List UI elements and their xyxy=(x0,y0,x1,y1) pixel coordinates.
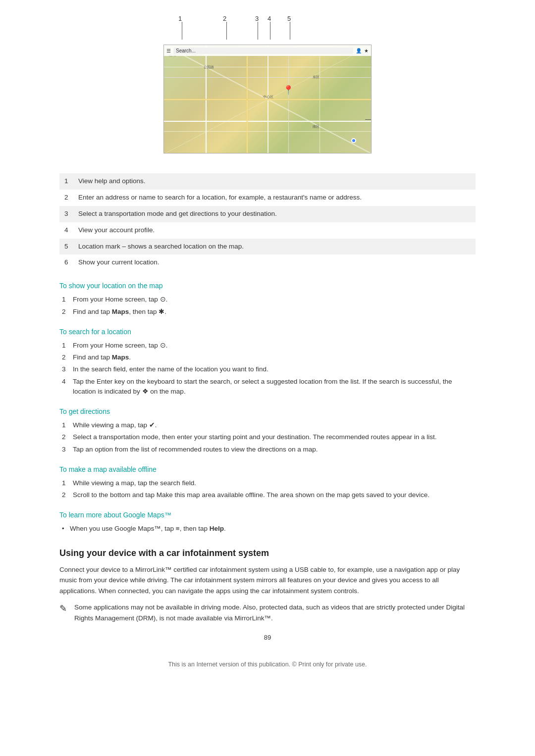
table-text: Location mark – shows a searched locatio… xyxy=(78,242,471,252)
list-item: 1From your Home screen, tap ⊙. xyxy=(62,295,476,304)
section-heading-4: To learn more about Google Maps™ xyxy=(59,511,476,519)
list-num: 1 xyxy=(62,295,73,304)
table-num: 1 xyxy=(64,177,78,186)
warning-icon: ✎ xyxy=(59,602,71,616)
table-num: 3 xyxy=(64,209,78,219)
list-item-text: Tap an option from the list of recommend… xyxy=(73,445,476,454)
callout-numbers-row: 1 2 3 4 5 xyxy=(163,15,372,40)
toolbar-back: ☰ xyxy=(166,48,171,53)
footer-note: This is an Internet version of this publ… xyxy=(59,661,476,668)
callout-6-label: 6 xyxy=(365,116,372,123)
map-text-4: 南区 xyxy=(313,124,320,129)
callout-3: 3 xyxy=(255,15,259,22)
tick-3 xyxy=(258,22,258,40)
tick-5 xyxy=(290,22,290,40)
list-item-text: Scroll to the bottom and tap Make this m… xyxy=(73,490,476,500)
tick-1 xyxy=(182,22,182,40)
section-heading-3: To make a map available offline xyxy=(59,465,476,473)
table-num: 6 xyxy=(64,258,78,267)
list-item: 1While viewing a map, tap ✔. xyxy=(62,420,476,430)
search-bar-map: Search... xyxy=(173,48,353,54)
section2-body: Connect your device to a MirrorLink™ cer… xyxy=(59,564,476,597)
toolbar-profile: 👤 xyxy=(356,48,362,53)
page-number: 89 xyxy=(59,634,476,641)
section2-title: Using your device with a car infotainmen… xyxy=(59,548,476,558)
list-item-text: In the search field, enter the name of t… xyxy=(73,364,476,374)
warning-text: Some applications may not be available i… xyxy=(74,602,476,623)
table-num: 4 xyxy=(64,226,78,235)
list-num: 3 xyxy=(62,364,73,374)
table-row: 2Enter an address or name to search for … xyxy=(59,190,476,206)
list-num: 1 xyxy=(62,478,73,488)
list-num: 2 xyxy=(62,307,73,317)
list-item: 2Select a transportation mode, then ente… xyxy=(62,432,476,442)
list-item: •When you use Google Maps™, tap ≡, then … xyxy=(62,524,476,534)
toolbar-star: ★ xyxy=(364,48,369,53)
table-text: Show your current location. xyxy=(78,258,471,267)
section-list-4: •When you use Google Maps™, tap ≡, then … xyxy=(62,524,476,534)
table-num: 5 xyxy=(64,242,78,252)
table-text: Enter an address or name to search for a… xyxy=(78,193,471,202)
location-pin: 📍 xyxy=(283,85,294,96)
table-row: 1View help and options. xyxy=(59,173,476,190)
callout-2: 2 xyxy=(223,15,226,22)
list-num: 1 xyxy=(62,341,73,351)
list-num: 1 xyxy=(62,420,73,430)
section-list-0: 1From your Home screen, tap ⊙.2Find and … xyxy=(62,295,476,317)
section-heading-2: To get directions xyxy=(59,407,476,415)
map-section: 1 2 3 4 5 xyxy=(59,15,476,163)
callout-5: 5 xyxy=(287,15,291,22)
callout-4: 4 xyxy=(268,15,271,22)
list-num: 3 xyxy=(62,445,73,454)
current-location-dot xyxy=(351,138,356,143)
section-list-3: 1While viewing a map, tap the search fie… xyxy=(62,478,476,501)
map-toolbar: ☰ Search... 👤 ★ xyxy=(164,45,371,56)
list-item: 2Find and tap Maps, then tap ✱. xyxy=(62,307,476,317)
table-row: 6Show your current location. xyxy=(59,254,476,271)
tick-2 xyxy=(226,22,227,40)
map-text-3: 中心区 xyxy=(263,95,273,100)
table-row: 4View your account profile. xyxy=(59,222,476,239)
table-num: 2 xyxy=(64,193,78,202)
bullet-marker: • xyxy=(62,524,70,534)
map-text-5: 东区 xyxy=(313,75,320,80)
list-item-text: While viewing a map, tap ✔. xyxy=(73,420,476,430)
tick-4 xyxy=(270,22,270,40)
table-row: 3Select a transportation mode and get di… xyxy=(59,206,476,222)
table-text: Select a transportation mode and get dir… xyxy=(78,209,471,219)
list-item: 1From your Home screen, tap ⊙. xyxy=(62,341,476,351)
section-heading-1: To search for a location xyxy=(59,328,476,336)
list-item-text: When you use Google Maps™, tap ≡, then t… xyxy=(70,524,226,534)
list-item-text: Find and tap Maps, then tap ✱. xyxy=(73,307,476,317)
section-heading-0: To show your location on the map xyxy=(59,282,476,290)
list-item: 2Find and tap Maps. xyxy=(62,353,476,362)
list-item-text: Find and tap Maps. xyxy=(73,353,476,362)
list-item: 1While viewing a map, tap the search fie… xyxy=(62,478,476,488)
list-item-text: From your Home screen, tap ⊙. xyxy=(73,295,476,304)
list-item-text: Select a transportation mode, then enter… xyxy=(73,432,476,442)
list-item: 2Scroll to the bottom and tap Make this … xyxy=(62,490,476,500)
table-text: View help and options. xyxy=(78,177,471,186)
list-num: 4 xyxy=(62,377,73,387)
list-item: 3In the search field, enter the name of … xyxy=(62,364,476,374)
section-list-1: 1From your Home screen, tap ⊙.2Find and … xyxy=(62,341,476,397)
table-row: 5Location mark – shows a searched locati… xyxy=(59,239,476,255)
section-list-2: 1While viewing a map, tap ✔.2Select a tr… xyxy=(62,420,476,454)
list-num: 2 xyxy=(62,490,73,500)
list-num: 2 xyxy=(62,432,73,442)
map-text-2: 公园路 xyxy=(204,65,214,70)
list-item: 4Tap the Enter key on the keyboard to st… xyxy=(62,377,476,397)
list-item-text: From your Home screen, tap ⊙. xyxy=(73,341,476,351)
callout-6-line xyxy=(365,119,372,120)
callout-1: 1 xyxy=(178,15,182,22)
list-num: 2 xyxy=(62,353,73,362)
map-placeholder: 区域 公园路 中心区 南区 东区 📍 ☰ Search... 👤 ★ xyxy=(164,45,371,153)
list-item-text: Tap the Enter key on the keyboard to sta… xyxy=(73,377,476,397)
warning-block: ✎Some applications may not be available … xyxy=(59,602,476,623)
section2-container: Using your device with a car infotainmen… xyxy=(59,548,476,624)
feature-table: 1View help and options.2Enter an address… xyxy=(59,173,476,271)
map-wrapper: 1 2 3 4 5 xyxy=(163,15,372,163)
map-image: 区域 公园路 中心区 南区 东区 📍 ☰ Search... 👤 ★ xyxy=(163,45,372,153)
sections-container: To show your location on the map1From yo… xyxy=(59,282,476,534)
list-item: 3Tap an option from the list of recommen… xyxy=(62,445,476,454)
